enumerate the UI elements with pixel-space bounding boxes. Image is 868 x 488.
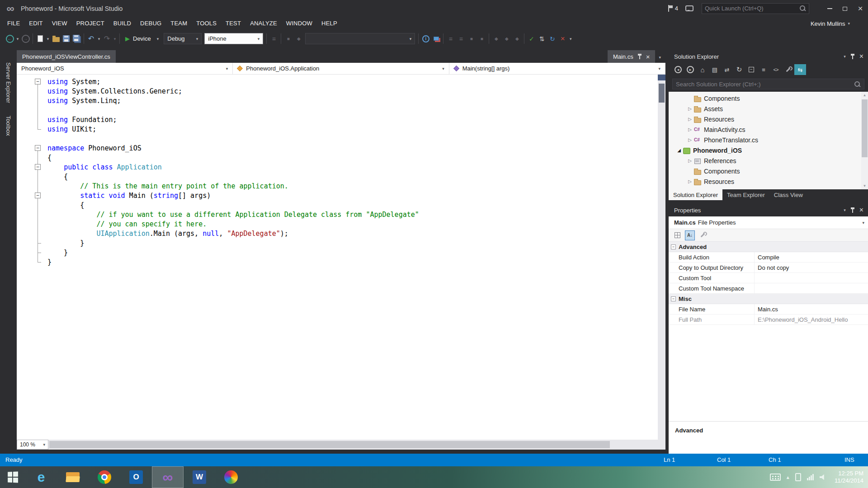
- code-line-6[interactable]: using UIKit;: [47, 125, 658, 134]
- notifications-flag-icon[interactable]: [668, 5, 673, 12]
- network-icon[interactable]: [807, 474, 814, 480]
- pin-icon[interactable]: [637, 54, 642, 60]
- property-value[interactable]: [755, 283, 868, 293]
- restore-button[interactable]: [837, 2, 853, 15]
- code-line-15[interactable]: // if you want to use a different Applic…: [47, 210, 658, 220]
- find-combo[interactable]: [305, 33, 415, 44]
- property-value[interactable]: E:\Phoneword_iOS_Android_Hello: [755, 314, 868, 324]
- close-panel-icon[interactable]: [859, 52, 863, 61]
- redo-chevron-icon[interactable]: [112, 33, 118, 44]
- new-file-chevron-icon[interactable]: [45, 33, 51, 44]
- expander-icon[interactable]: ▷: [686, 127, 693, 132]
- open-file-button[interactable]: [51, 33, 61, 44]
- touch-keyboard-icon[interactable]: [770, 474, 781, 481]
- navigate-forward-button[interactable]: [20, 33, 31, 44]
- expander-icon[interactable]: ▷: [686, 106, 693, 111]
- quick-launch-input[interactable]: [705, 5, 799, 12]
- minimize-button[interactable]: [822, 2, 837, 15]
- indent-button[interactable]: [466, 33, 476, 44]
- solution-search-input[interactable]: [676, 81, 854, 88]
- code-line-5[interactable]: using Foundation;: [47, 115, 658, 125]
- menu-debug[interactable]: DEBUG: [136, 17, 166, 30]
- menu-tools[interactable]: TOOLS: [192, 17, 221, 30]
- menu-file[interactable]: FILE: [3, 17, 24, 30]
- property-pages-icon[interactable]: [698, 230, 708, 240]
- solution-search-box[interactable]: [672, 79, 864, 89]
- properties-icon[interactable]: [782, 64, 794, 75]
- code-line-14[interactable]: {: [47, 201, 658, 210]
- scrollbar-splitter-grip[interactable]: [658, 75, 665, 80]
- refresh-icon[interactable]: [733, 64, 745, 75]
- notification-count[interactable]: 4: [675, 5, 678, 12]
- outdent-button[interactable]: [476, 33, 487, 44]
- tree-scrollbar-thumb[interactable]: [862, 99, 868, 157]
- close-button[interactable]: [853, 2, 868, 15]
- tree-item-components[interactable]: Components: [669, 93, 868, 103]
- menu-test[interactable]: TEST: [221, 17, 245, 30]
- document-tab-main-cs[interactable]: Main.cs: [608, 50, 656, 63]
- project-dropdown[interactable]: Phoneword_iOS: [17, 63, 233, 74]
- zoom-combo[interactable]: 100 %: [17, 440, 48, 450]
- switch-views-icon[interactable]: [721, 64, 733, 75]
- cancel-build-button[interactable]: [557, 33, 568, 44]
- expander-icon[interactable]: ◢: [675, 148, 683, 153]
- category-collapse-icon[interactable]: −: [671, 244, 676, 249]
- menu-build[interactable]: BUILD: [109, 17, 136, 30]
- property-category-misc[interactable]: −Misc: [669, 294, 868, 304]
- panel-tab-class-view[interactable]: Class View: [769, 189, 807, 200]
- expander-icon[interactable]: ▷: [686, 137, 693, 142]
- volume-icon[interactable]: [820, 474, 827, 480]
- panel-tab-solution-explorer[interactable]: Solution Explorer: [669, 189, 722, 200]
- panel-tab-team-explorer[interactable]: Team Explorer: [722, 189, 769, 200]
- menu-team[interactable]: TEAM: [166, 17, 192, 30]
- save-all-button[interactable]: [71, 33, 82, 44]
- solution-configuration-combo[interactable]: Debug: [164, 33, 202, 44]
- previous-bookmark-button[interactable]: [501, 33, 512, 44]
- intellitrace-button[interactable]: [420, 33, 431, 44]
- panel-splitter[interactable]: [665, 47, 669, 454]
- undo-chevron-icon[interactable]: [96, 33, 102, 44]
- member-dropdown[interactable]: Main(string[] args): [449, 63, 665, 74]
- breakpoint-button[interactable]: [293, 33, 304, 44]
- tab-list-chevron-icon[interactable]: [659, 55, 661, 60]
- redo-button[interactable]: [102, 33, 112, 44]
- taskbar-word[interactable]: [184, 466, 215, 488]
- user-menu[interactable]: Kevin Mullins: [811, 20, 850, 27]
- code-line-1[interactable]: using System;: [47, 77, 658, 87]
- code-editor[interactable]: −−−− using System;using System.Collectio…: [17, 75, 658, 440]
- taskbar-file-explorer[interactable]: [57, 466, 89, 488]
- menu-analyze[interactable]: ANALYZE: [245, 17, 282, 30]
- diagnostics-windows-button[interactable]: [431, 33, 441, 44]
- device-icon[interactable]: [795, 473, 801, 481]
- stop-button[interactable]: [283, 33, 293, 44]
- taskbar-internet-explorer[interactable]: [25, 466, 57, 488]
- expander-icon[interactable]: ▷: [686, 117, 693, 122]
- tree-item-appdelegate-cs[interactable]: ▷AppDelegate.cs: [669, 187, 868, 189]
- sync-changes-button[interactable]: [537, 33, 547, 44]
- taskbar-chrome[interactable]: [89, 466, 120, 488]
- property-value[interactable]: Compile: [755, 252, 868, 262]
- menu-project[interactable]: PROJECT: [72, 17, 109, 30]
- validate-architecture-button[interactable]: [526, 33, 537, 44]
- properties-window-icon[interactable]: [709, 64, 721, 75]
- show-hidden-icons-chevron[interactable]: [787, 474, 789, 480]
- code-line-3[interactable]: using System.Linq;: [47, 96, 658, 106]
- attach-process-button[interactable]: [269, 33, 279, 44]
- start-button[interactable]: [0, 466, 25, 488]
- menu-edit[interactable]: EDIT: [24, 17, 47, 30]
- scroll-up-icon[interactable]: [861, 92, 868, 99]
- window-position-chevron-icon[interactable]: [844, 208, 846, 212]
- code-line-4[interactable]: [47, 106, 658, 115]
- new-file-button[interactable]: [35, 33, 45, 44]
- toolbar-options-chevron-icon[interactable]: [568, 33, 573, 44]
- code-line-12[interactable]: // This is the main entry point of the a…: [47, 182, 658, 191]
- window-position-chevron-icon[interactable]: [844, 54, 846, 59]
- tree-scrollbar[interactable]: [861, 92, 868, 189]
- server-explorer-tab[interactable]: Server Explorer: [5, 62, 12, 103]
- sync-with-active-document-icon[interactable]: [794, 64, 806, 75]
- undo-button[interactable]: [86, 33, 96, 44]
- editor-horizontal-scrollbar[interactable]: [48, 440, 658, 450]
- tree-item-phonetranslator-cs[interactable]: ▷PhoneTranslator.cs: [669, 135, 868, 145]
- code-line-10[interactable]: public class Application: [47, 163, 658, 172]
- clock[interactable]: 12:25 PM 11/24/2014: [835, 470, 863, 484]
